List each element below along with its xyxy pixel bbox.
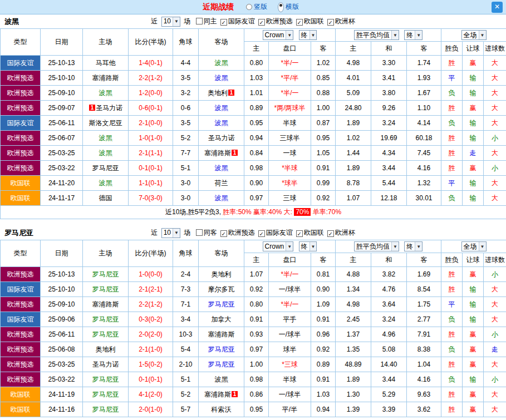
home-team-link[interactable]: 波黑 (99, 89, 112, 97)
close-button[interactable]: ✕ (492, 2, 503, 13)
home-team-link[interactable]: 塞浦路斯 (92, 300, 119, 308)
away-team-link[interactable]: 摩尔多瓦 (208, 285, 235, 293)
result-wdl: 负 (441, 86, 463, 101)
avg-metric-select[interactable]: 胜平负均值▼ (354, 30, 399, 40)
avg-metric-select[interactable]: 胜平负均值▼ (354, 241, 399, 251)
result-handicap: 输 (463, 191, 484, 206)
result-goals: 小 (484, 161, 506, 176)
away-team-link[interactable]: 科索沃 (212, 406, 232, 413)
home-team-link[interactable]: 斯洛文尼亚 (89, 119, 122, 127)
away-team-cell: 波黑 (199, 372, 244, 387)
away-team-link[interactable]: 罗马尼亚 (208, 300, 235, 308)
home-team-link[interactable]: 罗马尼亚 (92, 315, 119, 323)
checkbox[interactable]: ✓ (220, 230, 227, 237)
away-team-link[interactable]: 罗马尼亚 (208, 360, 235, 368)
checkbox[interactable] (196, 229, 203, 236)
checkbox[interactable]: ✓ (296, 19, 303, 26)
odds-value: 0.86 (244, 387, 269, 402)
away-team-link[interactable]: 波黑 (215, 119, 228, 127)
odds-value: 0.95 (244, 402, 269, 417)
filter-option[interactable]: 同主 (196, 17, 217, 25)
home-team-link[interactable]: 波黑 (99, 149, 112, 157)
filter-option[interactable]: ✓国际友谊 (258, 229, 293, 236)
avg-value: 8.54 (407, 282, 441, 297)
score: 0-6(0-1) (129, 101, 173, 116)
match-date: 25-06-11 (41, 116, 83, 131)
home-team-link[interactable]: 波黑 (99, 179, 112, 187)
scope-select[interactable]: 全场▼ (461, 241, 487, 251)
match-count-select[interactable]: 10▼ (161, 17, 180, 27)
away-team-link[interactable]: 波黑 (215, 59, 228, 67)
near-label: 近 (151, 229, 158, 236)
away-team-link[interactable]: 圣马力诺 (208, 134, 235, 142)
home-team-link[interactable]: 罗马尼亚 (92, 406, 119, 413)
home-team-link[interactable]: 罗马尼亚 (92, 330, 119, 338)
filter-option[interactable]: ✓欧国联 (296, 17, 324, 25)
away-team-link[interactable]: 波黑 (215, 74, 228, 82)
home-team-link[interactable]: 圣马力诺 (92, 360, 119, 368)
checkbox[interactable]: ✓ (258, 230, 265, 237)
home-team-link[interactable]: 罗马尼亚 (92, 391, 119, 398)
away-team-link[interactable]: 塞浦路斯 (204, 391, 231, 398)
radio-button[interactable] (278, 2, 284, 12)
scope-select[interactable]: 全场▼ (461, 30, 487, 40)
checkbox[interactable]: ✓ (327, 19, 334, 26)
filter-option[interactable]: ✓国际友谊 (220, 17, 255, 25)
filter-checkboxes: 同客✓欧洲预选✓国际友谊✓欧国联✓欧洲杯 (193, 229, 355, 236)
match-count-select[interactable]: 10▼ (161, 228, 180, 238)
result-goals: 大 (484, 402, 506, 417)
home-team-link[interactable]: 波黑 (99, 134, 112, 142)
filter-checkboxes: 同主✓国际友谊✓欧洲预选✓欧国联✓欧洲杯 (193, 17, 355, 25)
away-team-link[interactable]: 加拿大 (212, 315, 232, 323)
column-header: 主 (336, 253, 371, 267)
checkbox[interactable]: ✓ (220, 19, 227, 26)
away-team-link[interactable]: 奥地利 (208, 89, 228, 97)
away-team-link[interactable]: 波黑 (215, 194, 228, 202)
filter-option[interactable]: ✓欧洲预选 (220, 229, 255, 236)
filter-label: 同客 (204, 229, 217, 236)
away-team-link[interactable]: 塞浦路斯 (204, 149, 231, 157)
home-team-link[interactable]: 罗马尼亚 (92, 270, 119, 278)
home-team-link[interactable]: 罗马尼亚 (92, 375, 119, 383)
filter-option[interactable]: 同客 (196, 229, 217, 236)
away-team-link[interactable]: 波黑 (215, 164, 228, 172)
checkbox[interactable] (196, 18, 203, 24)
away-team-link[interactable]: 波黑 (215, 375, 228, 383)
score: 2-2(1-2) (129, 71, 173, 86)
home-team-link[interactable]: 罗马尼亚 (92, 285, 119, 293)
away-team-link[interactable]: 奥地利 (212, 270, 232, 278)
avg-state-select[interactable]: 终▼ (404, 30, 423, 40)
match-date: 25-09-06 (41, 312, 83, 327)
home-team-link[interactable]: 奥地利 (96, 345, 116, 353)
view-mode-option[interactable]: 竖版 (246, 3, 267, 11)
away-team-link[interactable]: 罗马尼亚 (208, 345, 235, 353)
home-team-link[interactable]: 塞浦路斯 (92, 74, 119, 82)
filter-option[interactable]: ✓欧洲预选 (258, 17, 293, 25)
filter-option[interactable]: ✓欧国联 (296, 229, 324, 236)
odds-company-select[interactable]: Crown▼ (263, 241, 294, 251)
radio-button[interactable] (246, 4, 252, 10)
home-team-link[interactable]: 圣马力诺 (96, 104, 122, 112)
chevron-down-icon: ▼ (310, 31, 317, 39)
home-team-link[interactable]: 马耳他 (96, 59, 116, 67)
checkbox[interactable]: ✓ (296, 230, 303, 237)
checkbox[interactable]: ✓ (327, 230, 334, 237)
view-mode-option[interactable]: 横版 (276, 3, 299, 11)
score: 2-1(1-1) (129, 146, 173, 161)
home-team-link[interactable]: 罗马尼亚 (92, 164, 119, 172)
odds-state-select[interactable]: 终▼ (299, 241, 317, 251)
odds-company-select[interactable]: Crown▼ (263, 30, 294, 40)
home-team-link[interactable]: 德国 (99, 194, 112, 202)
column-header: 让球 (463, 42, 484, 56)
filter-option[interactable]: ✓欧洲杯 (327, 17, 355, 25)
away-team-link[interactable]: 塞浦路斯 (208, 330, 235, 338)
avg-state-select[interactable]: 终▼ (404, 241, 423, 251)
handicap-line: 平手 (269, 312, 311, 327)
away-team-link[interactable]: 荷兰 (215, 179, 228, 187)
away-team-cell: 科索沃 (199, 402, 244, 417)
checkbox[interactable]: ✓ (258, 19, 265, 26)
odds-state-select[interactable]: 终▼ (299, 30, 317, 40)
home-team-cell: 塞浦路斯 (83, 71, 129, 86)
filter-option[interactable]: ✓欧洲杯 (327, 229, 355, 236)
away-team-link[interactable]: 波黑 (215, 104, 228, 112)
